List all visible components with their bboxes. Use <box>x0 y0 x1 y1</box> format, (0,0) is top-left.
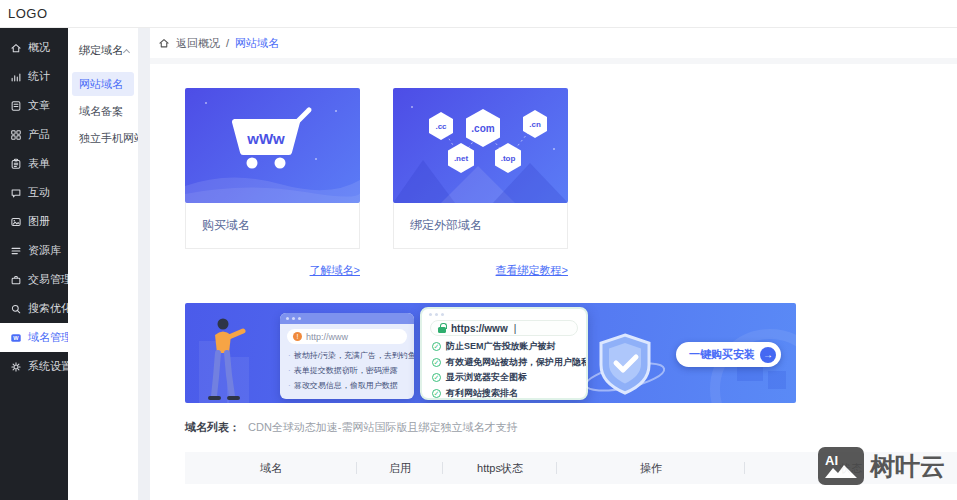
http-risk-item: 表单提交数据窃听，密码泄露 <box>288 363 408 378</box>
breadcrumb: 返回概况 / 网站域名 <box>150 28 957 58</box>
bind-external-domain-card[interactable]: .cc .com .cn .net .top 绑定外部域名 <box>393 88 568 249</box>
gear-icon <box>10 361 22 373</box>
sidebar-item-interaction[interactable]: 互动 <box>0 178 68 207</box>
chat-icon <box>10 187 22 199</box>
sidebar-item-label: 资源库 <box>28 243 61 258</box>
library-icon <box>10 245 22 257</box>
product-grid-icon <box>10 129 22 141</box>
breadcrumb-back-link[interactable]: 返回概况 <box>176 36 220 51</box>
chevron-up-icon <box>123 48 130 55</box>
https-benefit-item: 有利网站搜索排名 <box>446 387 518 400</box>
shopping-cart-icon: wWw <box>185 88 360 203</box>
check-circle-icon: ✓ <box>432 373 441 382</box>
sidebar-item-seo[interactable]: 搜索优化 <box>0 294 68 323</box>
check-circle-icon: ✓ <box>432 358 441 367</box>
card-title: 绑定外部域名 <box>393 203 568 249</box>
sidebar-gutter <box>138 28 150 500</box>
submenu-group-label: 绑定域名 <box>79 43 123 58</box>
domain-list-note: 域名列表： CDN全球动态加速-需网站国际版且绑定独立域名才支持 <box>185 420 518 435</box>
warning-icon: ! <box>293 332 302 341</box>
sidebar-item-label: 域名管理 <box>28 330 72 345</box>
window-header <box>280 313 414 324</box>
app-window: LOGO 概况 统计 文章 产品 表单 互动 图册 <box>0 0 957 500</box>
watermark: AI 树叶云 <box>818 447 945 485</box>
svg-text:W: W <box>13 335 19 341</box>
home-icon <box>158 37 170 49</box>
sidebar-item-label: 互动 <box>28 185 50 200</box>
window-header <box>422 309 586 319</box>
sidebar-item-articles[interactable]: 文章 <box>0 91 68 120</box>
svg-text:.net: .net <box>454 154 469 163</box>
app-logo: LOGO <box>8 0 48 27</box>
form-icon <box>10 158 22 170</box>
top-bar: LOGO <box>0 0 957 28</box>
home-icon <box>10 42 22 54</box>
sidebar-item-overview[interactable]: 概况 <box>0 33 68 62</box>
column-header-enabled: 启用 <box>357 452 443 484</box>
submenu-item-site-domain[interactable]: 网站域名 <box>72 72 134 96</box>
sidebar-item-stats[interactable]: 统计 <box>0 62 68 91</box>
svg-text:wWw: wWw <box>246 130 285 147</box>
sidebar-item-domains[interactable]: W 域名管理 <box>0 323 68 352</box>
person-illustration <box>201 315 247 401</box>
sidebar-item-label: 产品 <box>28 127 50 142</box>
watermark-logo-icon: AI <box>818 447 864 485</box>
search-icon <box>10 303 22 315</box>
shield-check-illustration <box>583 331 667 401</box>
domain-list-label: 域名列表： <box>185 420 240 435</box>
https-benefit-item: 显示浏览器安全图标 <box>446 371 527 384</box>
cart-illustration: wWw <box>185 88 360 203</box>
http-url-bar: ! http://www <box>287 329 407 344</box>
arrow-right-icon: → <box>760 347 776 363</box>
http-risk-list: 被劫持/污染，充满广告，去到钓鱼网站 表单提交数据窃听，密码泄露 篡改交易信息，… <box>280 347 414 393</box>
https-url: https://www <box>451 323 508 334</box>
tld-hexagons-icon: .cc .com .cn .net .top <box>393 88 568 203</box>
buy-button-label: 一键购买安装 <box>689 347 755 362</box>
http-risk-item: 篡改交易信息，偷取用户数据 <box>288 378 408 393</box>
bind-tutorial-link[interactable]: 查看绑定教程> <box>496 264 568 276</box>
sidebar-item-label: 文章 <box>28 98 50 113</box>
article-icon <box>10 100 22 112</box>
domain-icon: W <box>10 332 22 344</box>
main-content: 返回概况 / 网站域名 wWw <box>150 28 957 500</box>
sidebar-item-resources[interactable]: 资源库 <box>0 236 68 265</box>
submenu-item-mobile-site[interactable]: 独立手机网站 <box>72 126 134 150</box>
learn-domain-link[interactable]: 了解域名> <box>310 264 360 276</box>
https-url-bar: https://www | <box>430 320 578 336</box>
primary-sidebar: 概况 统计 文章 产品 表单 互动 图册 资源库 <box>0 28 68 500</box>
sidebar-item-label: 搜索优化 <box>28 301 72 316</box>
text-cursor: | <box>514 323 517 334</box>
sidebar-item-settings[interactable]: 系统设置 <box>0 352 68 381</box>
sidebar-item-label: 表单 <box>28 156 50 171</box>
one-click-buy-install-button[interactable]: 一键购买安装 → <box>676 342 781 367</box>
https-benefit-item: 防止SEM广告投放账户被封 <box>446 340 556 353</box>
sidebar-item-label: 图册 <box>28 214 50 229</box>
submenu-group-bind-domain[interactable]: 绑定域名 <box>68 28 138 69</box>
domain-list-hint: CDN全球动态加速-需网站国际版且绑定独立域名才支持 <box>248 420 518 435</box>
column-header-actions: 操作 <box>557 452 745 484</box>
column-header-domain: 域名 <box>185 452 357 484</box>
sidebar-item-label: 系统设置 <box>28 359 72 374</box>
tld-hexagons-illustration: .cc .com .cn .net .top <box>393 88 568 203</box>
svg-text:.cc: .cc <box>435 122 447 131</box>
sidebar-item-products[interactable]: 产品 <box>0 120 68 149</box>
sidebar-item-trade[interactable]: 交易管理 <box>0 265 68 294</box>
sidebar-item-label: 统计 <box>28 69 50 84</box>
svg-text:.cn: .cn <box>529 120 541 129</box>
submenu-item-domain-record[interactable]: 域名备案 <box>72 99 134 123</box>
breadcrumb-current: 网站域名 <box>235 36 279 51</box>
svg-text:.top: .top <box>501 154 516 163</box>
lock-icon <box>438 323 446 333</box>
check-circle-icon: ✓ <box>432 389 441 398</box>
http-url: http://www <box>306 332 348 342</box>
sidebar-item-albums[interactable]: 图册 <box>0 207 68 236</box>
check-circle-icon: ✓ <box>432 342 441 351</box>
http-browser-window: ! http://www 被劫持/污染，充满广告，去到钓鱼网站 表单提交数据窃听… <box>280 313 414 399</box>
card-title: 购买域名 <box>185 203 360 249</box>
watermark-brand-text: 树叶云 <box>870 450 945 483</box>
sidebar-item-forms[interactable]: 表单 <box>0 149 68 178</box>
sidebar-item-label: 交易管理 <box>28 272 72 287</box>
https-benefit-item: 有效避免网站被劫持，保护用户隐私 <box>446 356 588 369</box>
buy-domain-card[interactable]: wWw 购买域名 <box>185 88 360 249</box>
album-image-icon <box>10 216 22 228</box>
